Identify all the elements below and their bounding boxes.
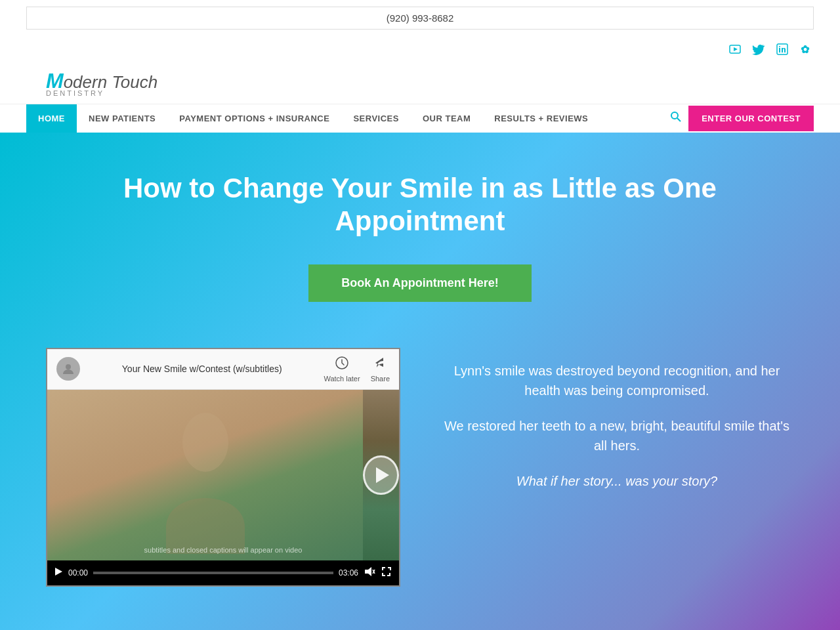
youtube-icon[interactable] (727, 41, 743, 57)
text-paragraph-2: We restored her teeth to a new, bright, … (440, 416, 794, 455)
watch-later-label: Watch later (324, 375, 360, 383)
video-player: Your New Smile w/Contest (w/subtitles) W… (46, 348, 400, 587)
play-triangle-icon (376, 467, 389, 483)
nav: HOME NEW PATIENTS PAYMENT OPTIONS + INSU… (0, 104, 840, 133)
svg-marker-12 (365, 567, 371, 576)
svg-marker-11 (55, 568, 62, 576)
book-appointment-button[interactable]: Book An Appointment Here! (308, 264, 532, 302)
phone-number: (920) 993-8682 (387, 12, 454, 24)
clock-icon (335, 356, 349, 373)
nav-new-patients[interactable]: NEW PATIENTS (77, 104, 167, 133)
play-control-icon[interactable] (54, 567, 63, 578)
text-paragraph-1: Lynn's smile was destroyed beyond recogn… (440, 361, 794, 400)
svg-point-10 (182, 413, 228, 472)
share-button[interactable]: Share (371, 356, 390, 383)
twitter-icon[interactable] (751, 41, 766, 57)
svg-point-6 (671, 112, 678, 119)
video-person-bg (47, 390, 363, 560)
fullscreen-icon[interactable] (381, 566, 392, 580)
text-paragraph-3: What if her story... was your story? (440, 471, 794, 491)
video-top-bar: Your New Smile w/Contest (w/subtitles) W… (47, 349, 399, 390)
total-time: 03:06 (339, 568, 358, 578)
logo-sub: DENTISTRY (46, 89, 158, 97)
yelp-icon[interactable]: ✿ (798, 41, 814, 57)
nav-results-reviews[interactable]: RESULTS + REVIEWS (482, 104, 600, 133)
video-avatar (56, 357, 80, 381)
video-title: Your New Smile w/Contest (w/subtitles) (87, 364, 317, 374)
video-caption: subtitles and closed captions will appea… (54, 546, 392, 554)
video-actions: Watch later Share (324, 356, 390, 383)
social-bar: ✿ (0, 36, 840, 62)
header: M odern Touch DENTISTRY (0, 62, 840, 104)
svg-point-4 (779, 46, 780, 47)
share-icon (373, 356, 387, 373)
contest-button[interactable]: ENTER OUR CONTEST (688, 106, 814, 131)
linkedin-icon[interactable] (774, 41, 790, 57)
watch-later-button[interactable]: Watch later (324, 356, 360, 383)
nav-home[interactable]: HOME (26, 104, 77, 133)
mute-icon[interactable] (364, 566, 375, 580)
share-label: Share (371, 375, 390, 383)
nav-services[interactable]: SERVICES (341, 104, 411, 133)
nav-payment-options[interactable]: PAYMENT OPTIONS + INSURANCE (167, 104, 341, 133)
svg-marker-1 (734, 47, 738, 51)
hero-section: How to Change Your Smile in as Little as… (0, 133, 840, 630)
search-icon[interactable] (663, 104, 688, 133)
text-content: Lynn's smile was destroyed beyond recogn… (440, 348, 794, 507)
hero-title: How to Change Your Smile in as Little as… (46, 172, 794, 238)
video-controls: 00:00 03:06 (47, 560, 399, 585)
content-area: Your New Smile w/Contest (w/subtitles) W… (46, 348, 794, 587)
current-time: 00:00 (68, 568, 88, 578)
logo[interactable]: M odern Touch DENTISTRY (46, 69, 158, 97)
play-button[interactable] (363, 455, 399, 495)
svg-line-7 (677, 118, 681, 121)
svg-rect-3 (779, 48, 780, 52)
phone-bar[interactable]: (920) 993-8682 (26, 7, 814, 30)
nav-our-team[interactable]: OUR TEAM (411, 104, 482, 133)
svg-text:✿: ✿ (801, 44, 810, 55)
video-thumbnail: subtitles and closed captions will appea… (47, 390, 399, 560)
svg-point-8 (66, 364, 71, 369)
progress-bar[interactable] (93, 572, 333, 574)
